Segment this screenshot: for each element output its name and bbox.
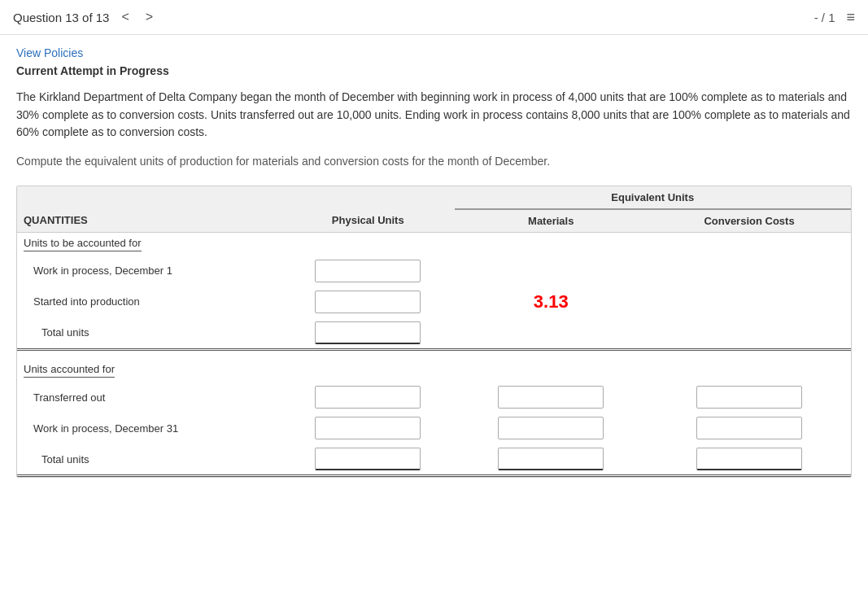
physical-empty-th: [281, 186, 455, 209]
materials-col-header: Materials: [455, 209, 648, 233]
section-label: Units to be accounted for: [24, 237, 142, 251]
compute-text: Compute the equivalent units of producti…: [16, 153, 852, 171]
total-row: Total units: [17, 444, 851, 476]
conversion-cell[interactable]: [648, 413, 851, 444]
materials-cell[interactable]: [455, 382, 648, 413]
red-number-display: 3.13: [534, 291, 569, 312]
table-header-sub: QUANTITIES Physical Units Materials Conv…: [17, 209, 851, 233]
table-header-top: Equivalent Units: [17, 186, 851, 209]
data-row: Transferred out: [17, 382, 851, 413]
quantities-col-header: QUANTITIES: [17, 209, 281, 233]
conversion-cell[interactable]: [648, 382, 851, 413]
conversion-cell: [648, 256, 851, 286]
data-row: Work in process, December 1: [17, 256, 851, 286]
section-label-row: Units to be accounted for: [17, 232, 851, 256]
question-label: Question 13 of 13: [13, 11, 109, 24]
data-row: Started into production3.13: [17, 286, 851, 317]
materials-input[interactable]: [498, 448, 604, 470]
row-label: Work in process, December 1: [17, 256, 281, 286]
materials-cell: 3.13: [455, 286, 648, 317]
physical-col-header: Physical Units: [281, 209, 455, 233]
problem-text: The Kirkland Department of Delta Company…: [16, 89, 852, 142]
materials-cell[interactable]: [455, 444, 648, 476]
conversion-input[interactable]: [696, 448, 802, 470]
header-left: Question 13 of 13 < >: [13, 8, 157, 26]
materials-cell: [455, 317, 648, 350]
row-label: Transferred out: [17, 382, 281, 413]
prev-button[interactable]: <: [117, 8, 133, 26]
next-button[interactable]: >: [142, 8, 157, 26]
physical-input[interactable]: [315, 386, 421, 409]
section-label: Units accounted for: [24, 363, 115, 378]
list-icon[interactable]: ≡: [846, 9, 855, 26]
physical-cell[interactable]: [281, 444, 455, 476]
row-label: Total units: [17, 317, 281, 350]
physical-input[interactable]: [315, 448, 421, 470]
conversion-cell: [648, 286, 851, 317]
conversion-input[interactable]: [696, 386, 802, 409]
materials-cell: [455, 256, 648, 286]
section-label-row: Units accounted for: [17, 359, 851, 382]
row-label: Started into production: [17, 286, 281, 317]
data-row: Work in process, December 31: [17, 413, 851, 444]
main-content: View Policies Current Attempt in Progres…: [0, 35, 868, 489]
materials-input[interactable]: [498, 417, 604, 439]
materials-input[interactable]: [498, 386, 604, 409]
conversion-cell[interactable]: [648, 444, 851, 476]
materials-cell[interactable]: [455, 413, 648, 444]
equiv-header: Equivalent Units: [455, 186, 852, 209]
page-header: Question 13 of 13 < > - / 1 ≡: [0, 0, 868, 35]
conversion-cell: [648, 317, 851, 350]
row-label: Work in process, December 31: [17, 413, 281, 444]
physical-input[interactable]: [315, 291, 421, 313]
physical-input[interactable]: [315, 417, 421, 439]
row-label: Total units: [17, 444, 281, 476]
total-row: Total units: [17, 317, 851, 350]
physical-cell[interactable]: [281, 382, 455, 413]
header-right: - / 1 ≡: [814, 9, 855, 26]
quantities-table: Equivalent Units QUANTITIES Physical Uni…: [16, 186, 852, 479]
physical-input[interactable]: [315, 321, 421, 344]
conversion-col-header: Conversion Costs: [648, 209, 851, 233]
page-indicator: - / 1: [814, 11, 835, 24]
conversion-input[interactable]: [696, 417, 802, 439]
physical-cell[interactable]: [281, 317, 455, 350]
quantities-empty-th: [17, 186, 281, 209]
spacer-row: [17, 349, 851, 359]
view-policies-link[interactable]: View Policies: [16, 46, 83, 59]
physical-cell[interactable]: [281, 286, 455, 317]
physical-cell[interactable]: [281, 256, 455, 286]
physical-cell[interactable]: [281, 413, 455, 444]
physical-input[interactable]: [315, 260, 421, 282]
current-attempt-label: Current Attempt in Progress: [16, 64, 852, 77]
